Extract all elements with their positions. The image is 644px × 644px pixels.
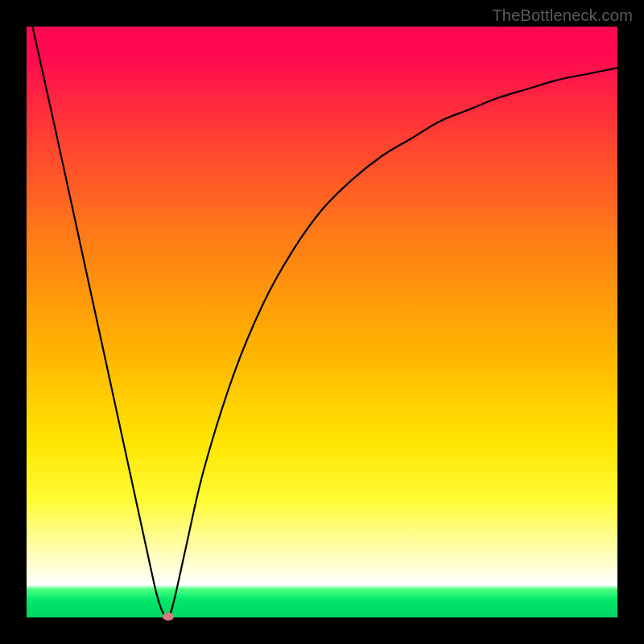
watermark-text: TheBottleneck.com bbox=[492, 6, 633, 25]
optimal-marker bbox=[163, 613, 174, 621]
bottleneck-curve bbox=[27, 27, 617, 617]
chart-frame: TheBottleneck.com bbox=[0, 0, 644, 644]
plot-area bbox=[27, 27, 617, 617]
curve-path bbox=[32, 27, 617, 618]
